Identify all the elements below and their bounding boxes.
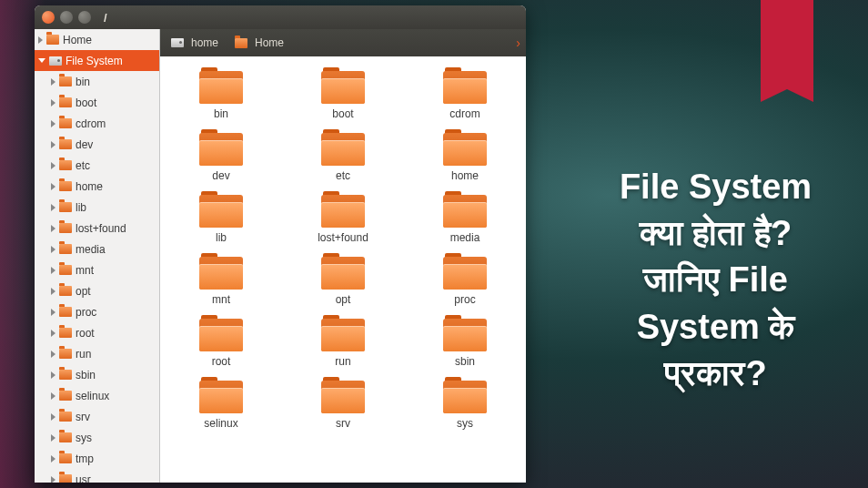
folder-icon [443,131,487,166]
tree-filesystem[interactable]: File System [35,50,159,71]
tree-item-bin[interactable]: bin [35,71,159,92]
folder-icon [443,379,487,413]
path-label: Home [255,36,284,49]
chevron-right-icon[interactable]: › [516,36,520,50]
tree-item-dev[interactable]: dev [35,134,159,155]
folder-srv[interactable]: srv [298,379,389,430]
tree-label: etc [76,159,90,172]
tree-home[interactable]: Home [35,29,159,50]
tree-item-mnt[interactable]: mnt [35,259,159,280]
path-segment-home[interactable]: home [166,35,224,51]
tree-item-proc[interactable]: proc [35,301,159,322]
tree-item-sys[interactable]: sys [35,427,159,448]
expand-icon [51,392,56,400]
folder-root[interactable]: root [176,317,267,368]
titlebar: / [35,5,526,29]
folder-sbin[interactable]: sbin [419,317,510,368]
expand-icon [51,309,56,316]
path-segment-folder[interactable]: Home [229,35,289,51]
expand-icon [51,225,56,232]
expand-icon [51,120,56,127]
folder-mnt[interactable]: mnt [176,255,267,306]
folder-label: sbin [455,355,475,368]
tree-label: sys [76,432,92,444]
folder-icon [199,317,243,351]
title-panel: File System क्या होता है? जानिए File Sys… [563,0,868,488]
tree-item-run[interactable]: run [35,343,159,364]
folder-icon [199,69,243,104]
folder-dev[interactable]: dev [176,131,267,182]
tree-label: proc [76,306,96,319]
folder-icon [59,76,72,86]
folder-icon [199,131,243,166]
folder-icon [59,244,72,254]
tree-item-tmp[interactable]: tmp [35,448,159,469]
tree-item-home[interactable]: home [35,176,159,197]
tree-item-lib[interactable]: lib [35,197,159,218]
folder-icon [321,379,365,413]
folder-label: srv [336,417,350,430]
tree-label: dev [76,138,93,151]
tree-label: media [76,243,106,256]
expand-icon [38,58,45,63]
expand-icon [51,330,56,337]
folder-icon [59,391,72,401]
tree-item-root[interactable]: root [35,322,159,343]
folder-etc[interactable]: etc [298,131,389,182]
tree-item-cdrom[interactable]: cdrom [35,113,159,134]
folder-label: mnt [212,293,230,306]
folder-cdrom[interactable]: cdrom [419,69,510,120]
folder-label: dev [212,169,229,182]
folder-icon [199,193,243,228]
folder-icon [321,193,365,228]
tree-item-srv[interactable]: srv [35,406,159,427]
folder-icon [59,286,72,296]
tree-item-boot[interactable]: boot [35,92,159,113]
folder-icon [59,412,72,422]
tree-item-etc[interactable]: etc [35,155,159,176]
folder-label: proc [454,293,475,306]
folder-sys[interactable]: sys [419,379,510,430]
close-button[interactable] [42,11,55,24]
folder-icon [321,255,365,290]
tree-label: home [76,180,103,193]
window-title: / [104,11,107,25]
tree-label: run [76,348,91,361]
folder-icon [59,328,72,338]
ribbon-decoration [761,0,813,89]
folder-icon [59,265,72,275]
folder-boot[interactable]: boot [298,69,389,120]
maximize-button[interactable] [78,11,91,24]
folder-icon [321,69,365,104]
tree-label: boot [76,97,96,109]
tree-item-opt[interactable]: opt [35,280,159,301]
folder-icon [235,38,247,48]
pathbar: home Home › [160,29,526,56]
tree-item-lost+found[interactable]: lost+found [35,218,159,239]
tree-item-usr[interactable]: usr [35,469,159,483]
tree-item-media[interactable]: media [35,239,159,259]
folder-home[interactable]: home [419,131,510,182]
folder-media[interactable]: media [419,193,510,244]
folder-selinux[interactable]: selinux [176,379,267,430]
minimize-button[interactable] [60,11,73,24]
folder-bin[interactable]: bin [176,69,267,120]
folder-icon [199,255,243,290]
folder-run[interactable]: run [298,317,389,368]
tree-label: lost+found [76,222,126,235]
tree-label: File System [66,55,123,67]
folder-grid: binbootcdromdevetchomeliblost+foundmedia… [160,56,526,483]
tree-item-sbin[interactable]: sbin [35,364,159,385]
folder-opt[interactable]: opt [298,255,389,306]
folder-lost+found[interactable]: lost+found [298,193,389,244]
expand-icon [51,434,56,442]
folder-icon [443,317,487,351]
folder-label: sys [457,417,473,430]
tree-item-selinux[interactable]: selinux [35,385,159,406]
folder-lib[interactable]: lib [176,193,267,244]
folder-icon [443,69,487,104]
folder-proc[interactable]: proc [419,255,510,306]
folder-icon [443,255,487,290]
folder-icon [59,97,72,107]
folder-icon [59,181,72,191]
